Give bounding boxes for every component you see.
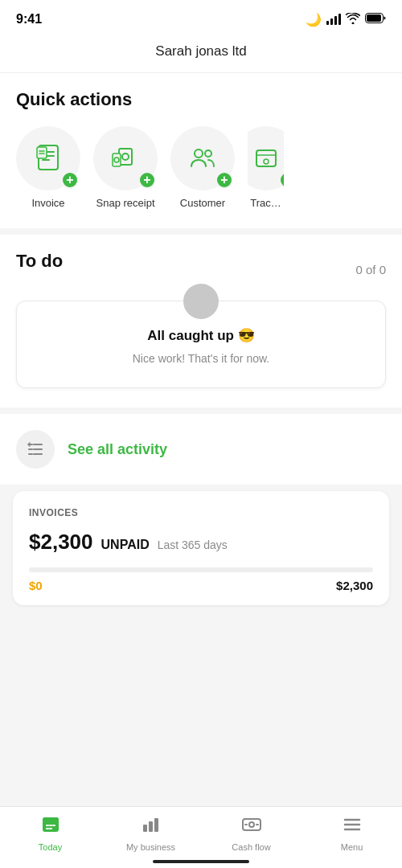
nav-cash-flow[interactable]: Cash flow (201, 813, 302, 852)
svg-point-10 (122, 154, 129, 160)
invoice-label: Invoice (31, 197, 64, 209)
svg-point-17 (264, 159, 269, 164)
snap-receipt-circle: + (93, 126, 158, 190)
invoices-label: INVOICES (29, 507, 373, 518)
todo-header: To do 0 of 0 (16, 251, 386, 288)
status-bar: 9:41 🌙 (0, 0, 402, 35)
svg-point-36 (249, 822, 254, 827)
quick-action-track[interactable]: + Trac… (248, 126, 284, 209)
invoice-plus: + (61, 171, 79, 189)
today-icon (40, 813, 61, 839)
customer-icon (187, 142, 219, 174)
customer-label: Customer (180, 197, 225, 209)
activity-section: See all activity (0, 414, 402, 485)
svg-point-14 (205, 150, 211, 157)
invoices-range-row: $0 $2,300 (29, 579, 373, 592)
menu-icon (342, 813, 363, 839)
quick-action-snap-receipt[interactable]: + Snap receipt (93, 126, 158, 209)
snap-receipt-label: Snap receipt (96, 197, 155, 209)
cash-flow-icon (241, 813, 262, 839)
invoices-range-left: $0 (29, 579, 43, 592)
activity-list-icon (26, 440, 45, 459)
nav-my-business-label: My business (126, 842, 175, 852)
svg-rect-32 (143, 825, 147, 832)
battery-icon (365, 13, 386, 26)
my-business-icon (141, 813, 162, 839)
todo-card-title: All caught up 😎 (147, 327, 254, 344)
invoices-bar-container (29, 567, 373, 572)
customer-plus: + (215, 171, 233, 189)
nav-cash-flow-label: Cash flow (232, 842, 270, 852)
track-label: Trac… (250, 197, 281, 209)
invoice-circle: + (16, 126, 80, 190)
bottom-nav: Today My business Cash flow (0, 806, 402, 868)
quick-actions-heading: Quick actions (16, 89, 386, 110)
invoices-amount-row: $2,300 UNPAID Last 365 days (29, 530, 373, 555)
quick-action-customer[interactable]: + Customer (170, 126, 235, 209)
todo-card: All caught up 😎 Nice work! That's it for… (16, 301, 386, 388)
moon-icon: 🌙 (306, 12, 322, 27)
nav-today-label: Today (39, 842, 62, 852)
svg-rect-26 (43, 820, 59, 822)
invoices-section: INVOICES $2,300 UNPAID Last 365 days $0 … (13, 491, 389, 605)
quick-actions-row: + Invoice + Snap receipt (16, 126, 386, 209)
status-icons: 🌙 (306, 12, 386, 27)
svg-rect-1 (367, 14, 381, 22)
snap-receipt-icon (109, 142, 142, 174)
svg-rect-6 (37, 147, 47, 158)
see-all-activity-link[interactable]: See all activity (68, 441, 167, 458)
todo-section: To do 0 of 0 All caught up 😎 Nice work! … (0, 235, 402, 407)
invoices-amount: $2,300 (29, 530, 93, 555)
todo-card-subtitle: Nice work! That's it for now. (133, 352, 269, 365)
header: Sarah jonas ltd (0, 35, 402, 73)
invoices-period: Last 365 days (158, 538, 228, 551)
nav-today[interactable]: Today (0, 813, 100, 852)
signal-icon (326, 14, 341, 25)
nav-menu[interactable]: Menu (302, 813, 402, 852)
activity-icon-circle (16, 430, 55, 469)
wifi-icon (346, 13, 360, 27)
nav-menu-label: Menu (341, 842, 363, 852)
todo-avatar (183, 284, 219, 319)
header-title: Sarah jonas ltd (155, 43, 246, 59)
nav-my-business[interactable]: My business (100, 813, 201, 852)
track-circle: + (248, 126, 284, 190)
track-icon (250, 142, 282, 174)
todo-count: 0 of 0 (355, 263, 386, 276)
quick-action-invoice[interactable]: + Invoice (16, 126, 80, 209)
status-time: 9:41 (16, 12, 42, 27)
invoices-status: UNPAID (101, 538, 150, 552)
quick-actions-section: Quick actions + Invoice (0, 73, 402, 228)
customer-circle: + (170, 126, 235, 190)
invoices-range-right: $2,300 (336, 579, 373, 592)
svg-rect-33 (149, 821, 153, 832)
svg-rect-34 (154, 818, 158, 832)
snap-receipt-plus: + (138, 171, 156, 189)
todo-heading: To do (16, 251, 63, 272)
invoice-icon (32, 142, 64, 174)
svg-point-13 (195, 149, 203, 158)
home-indicator (153, 860, 249, 863)
